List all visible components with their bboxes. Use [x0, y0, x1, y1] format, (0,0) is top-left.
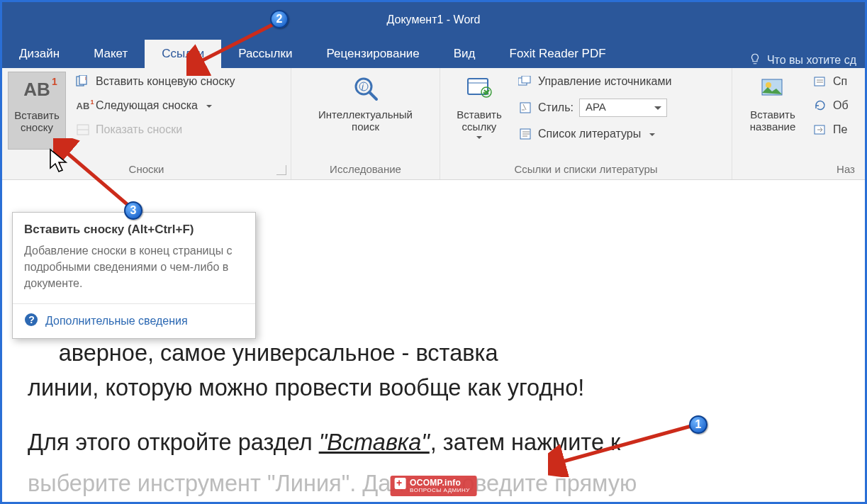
caption-row-b[interactable]: Об: [810, 96, 851, 116]
chevron-down-icon: [206, 105, 212, 111]
caption-row-a[interactable]: Сп: [810, 72, 851, 91]
svg-rect-12: [522, 76, 530, 83]
doc-insert-keyword: "Вставка": [319, 430, 430, 455]
tooltip-more-label: Дополнительные сведения: [45, 315, 188, 327]
bibliography-label: Список литературы: [538, 128, 641, 140]
help-icon: ?: [24, 313, 38, 330]
caption-icon: [757, 73, 788, 104]
svg-rect-20: [815, 77, 824, 86]
chevron-down-icon: [649, 133, 655, 139]
group-citations-label: Ссылки и списки литературы: [446, 160, 726, 179]
lightbulb-icon: [749, 52, 761, 68]
endnote-icon: i: [76, 74, 90, 89]
tell-me[interactable]: Что вы хотите сд: [740, 52, 865, 68]
show-notes-icon: [76, 123, 90, 137]
annotation-arrow-2: [186, 19, 286, 76]
group-footnotes: AB 1 Вставить сноску i Вставить концевую…: [2, 68, 291, 179]
doc-paragraph-2[interactable]: Для этого откройте раздел "Вставка", зат…: [28, 425, 846, 460]
group-research-label: Исследование: [297, 160, 434, 179]
mouse-cursor-icon: [49, 148, 69, 174]
style-icon: [518, 101, 532, 115]
insert-footnote-label: Вставить сноску: [14, 109, 60, 134]
tooltip-insert-footnote: Вставить сноску (Alt+Ctrl+F) Добавление …: [12, 212, 256, 339]
style-value: APA: [586, 101, 606, 113]
svg-point-19: [766, 82, 771, 88]
tab-review[interactable]: Рецензирование: [309, 40, 436, 68]
cross-ref-icon: [813, 123, 827, 137]
annotation-badge-1: 1: [689, 415, 707, 434]
citation-icon: [464, 73, 495, 104]
ribbon-tabs: Дизайн Макет Ссылки Рассылки Рецензирова…: [2, 38, 865, 68]
bibliography-button[interactable]: Список литературы: [515, 124, 674, 144]
next-footnote-button[interactable]: AB1 Следующая сноска: [73, 96, 238, 116]
svg-line-28: [558, 426, 691, 463]
svg-line-6: [369, 92, 376, 99]
next-footnote-label: Следующая сноска: [96, 99, 198, 112]
insert-citation-button[interactable]: Вставить ссылку: [446, 72, 513, 150]
manage-sources-label: Управление источниками: [538, 75, 671, 88]
svg-point-7: [359, 82, 368, 91]
svg-text:i: i: [85, 75, 86, 82]
smart-lookup-icon: i: [350, 73, 381, 104]
tooltip-body: Добавление сноски в конец страницы с под…: [13, 242, 255, 303]
insert-endnote-label: Вставить концевую сноску: [96, 75, 235, 88]
tell-me-label: Что вы хотите сд: [767, 54, 856, 67]
svg-line-27: [63, 150, 131, 208]
group-research: i Интеллектуальный поиск Исследование: [291, 68, 440, 179]
bibliography-icon: [518, 127, 532, 141]
style-dropdown[interactable]: APA: [579, 99, 667, 117]
annotation-arrow-1: [548, 420, 704, 477]
tooltip-more-link[interactable]: ? Дополнительные сведения: [13, 303, 255, 338]
group-captions: Вставить название Сп Об Пе Наз: [732, 68, 865, 179]
insert-caption-button[interactable]: Вставить название: [738, 72, 807, 150]
tab-view[interactable]: Вид: [437, 40, 493, 68]
insert-caption-label: Вставить название: [750, 108, 795, 133]
tab-foxit[interactable]: Foxit Reader PDF: [493, 40, 623, 68]
watermark: OCOMP.info ВОПРОСЫ АДМИНУ: [390, 476, 477, 496]
doc-paragraph-1[interactable]: ААаверное, самое универсальное - вставка…: [28, 336, 846, 405]
group-citations: Вставить ссылку Управление источниками С…: [440, 68, 732, 179]
show-notes-label: Показать сноски: [96, 123, 182, 136]
tab-design[interactable]: Дизайн: [2, 40, 77, 68]
dialog-launcher-icon[interactable]: [276, 165, 286, 175]
caption-row-c[interactable]: Пе: [810, 120, 851, 140]
svg-rect-9: [468, 79, 488, 94]
next-footnote-icon: AB1: [76, 99, 90, 113]
footnote-ab-icon: AB 1: [21, 74, 52, 105]
insert-citation-label: Вставить ссылку: [457, 108, 502, 133]
manage-sources-button[interactable]: Управление источниками: [515, 72, 674, 91]
smart-lookup-button[interactable]: i Интеллектуальный поиск: [297, 72, 434, 150]
show-notes-button: Показать сноски: [73, 120, 238, 140]
annotation-badge-3: 3: [124, 201, 142, 220]
window-title: Документ1 - Word: [2, 2, 865, 38]
group-captions-label: Наз: [738, 160, 859, 179]
chevron-down-icon: [476, 136, 482, 142]
style-label: Стиль:: [538, 101, 574, 114]
manage-sources-icon: [518, 74, 532, 89]
citation-style-row: Стиль: APA: [515, 96, 674, 120]
svg-text:?: ?: [28, 314, 35, 325]
list-icon: [813, 74, 827, 89]
title-text: Документ1 - Word: [386, 13, 480, 26]
annotation-badge-2: 2: [270, 10, 289, 28]
refresh-icon: [813, 99, 827, 113]
smart-lookup-label: Интеллектуальный поиск: [318, 108, 413, 133]
svg-line-26: [197, 23, 275, 63]
tab-layout[interactable]: Макет: [77, 40, 145, 68]
